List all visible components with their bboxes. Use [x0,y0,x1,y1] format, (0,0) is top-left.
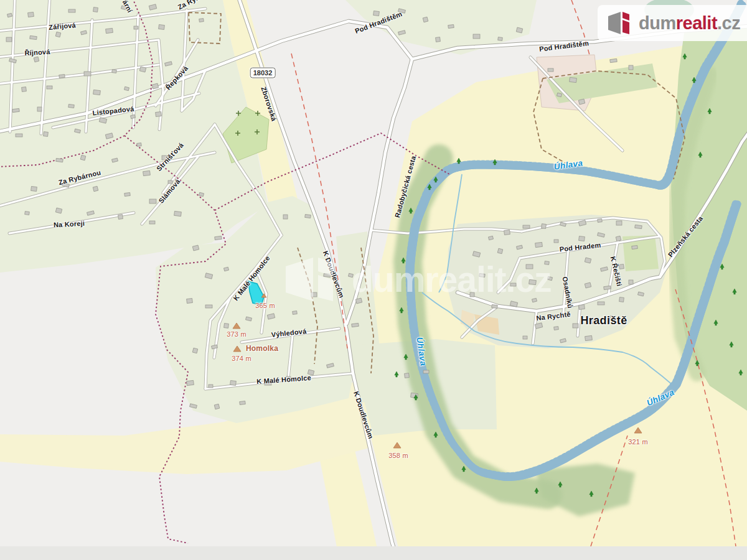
village-label-hradiste: Hradiště [580,314,627,327]
elevation-373: 373 m [227,330,247,338]
map-canvas[interactable]: Zářijová Říjnová Listopadová Řepková Str… [0,0,747,560]
elevation-321: 321 m [628,438,648,446]
elevation-358: 358 m [388,452,408,459]
hill-label-homolka: Homolka [246,344,278,353]
road-number-shield: 18032 [250,68,276,78]
street-label-rijnova: Říjnová [24,48,50,57]
elevation-374: 374 m [232,355,251,362]
brand-text: dumrealit.cz [639,13,740,34]
brand-prefix: dum [639,13,676,33]
brand-suffix: .cz [717,13,740,33]
elevation-365: 365 m [255,302,275,309]
brand-logo: dumrealit.cz [598,5,747,41]
brand-box-icon [606,10,632,36]
brand-accent: realit [676,13,717,33]
map-graphics [0,0,747,560]
